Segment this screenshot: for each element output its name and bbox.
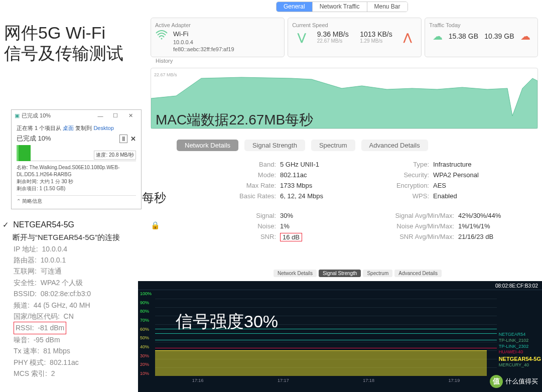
security-label: Security: [379,171,429,179]
pause-button[interactable]: Ⅱ [119,135,127,143]
noiseavg-value: 1%/1%/1% [458,222,490,230]
type-value: Infrastructure [433,161,472,168]
network-details: Band:5 GHz UNII-1 Type:Infrastructure Mo… [226,161,532,244]
mode-value: 802.11ac [280,171,307,179]
tab-menu-bar[interactable]: Menu Bar [367,2,408,12]
collapse-icon[interactable]: ⌃ [17,198,21,204]
band-label: Band: [226,161,276,168]
kv-inet-l: 互联网: [14,267,37,275]
tab-network-traffic[interactable]: Network Traffic [313,2,367,12]
top-tab-bar: General Network Traffic Menu Bar [276,2,408,12]
speed-up-sub: 1.29 MB/s [360,38,392,44]
kv-noise-l: 噪音: [14,336,30,344]
kv-ip: 10.0.0.4 [42,245,68,253]
maxrate-value: 1733 Mbps [280,182,312,189]
adapter-name: Wi-Fi [173,30,234,39]
watermark: 值 什么值得买 [490,375,538,388]
close-button[interactable]: ✕ [123,112,138,119]
kv-rssi-l: RSSI: [16,324,34,332]
small-tab-nd[interactable]: Network Details [274,270,317,277]
disconnect-link[interactable]: 断开与“NETGEAR54-5G”的连接 [13,231,120,243]
detail-tab-bar: Network Details Signal Strength Spectrum… [177,140,428,151]
kv-tx: 81 Mbps [43,347,70,355]
watermark-icon: 值 [490,375,503,388]
footer-label[interactable]: 简略信息 [22,198,42,204]
type-label: Type: [379,161,429,168]
active-adapter-card: Active Adapter Wi-Fi 10.0.0.4 fe80::aebc… [151,18,285,57]
tab-spectrum[interactable]: Spectrum [311,140,355,151]
copy-text-a: 正在将 1 个项目从 [17,125,63,131]
tab-general[interactable]: General [277,2,313,12]
signal-value: 30% [280,212,293,219]
small-tab-ss[interactable]: Signal Strength [319,270,361,277]
signal-label: Signal: [226,212,276,219]
arrow-down-icon: ⋁ [298,31,306,43]
kv-bssid: 08:02:8e:cf:b3:0 [41,290,91,298]
arrow-up-icon: ⋀ [403,31,412,43]
signalavg-value: 42%/30%/44% [458,212,501,219]
speed-label: 速度: 20.8 MB/秒 [94,151,136,160]
kv-country-l: 国家/地区代码: [14,312,60,320]
legend-item: MERCURY_40 [499,362,541,368]
tab-signal-strength[interactable]: Signal Strength [244,140,305,151]
kv-ip-l: IP 地址: [14,245,38,253]
kv-mcs-l: MCS 索引: [14,369,47,377]
tab-network-details[interactable]: Network Details [177,140,238,151]
noise-value: 1% [280,222,290,230]
kv-inet: 可连通 [41,267,62,275]
cloud-down-icon: ☁ [433,30,443,42]
kv-phy-l: PHY 模式: [14,358,46,366]
cancel-button[interactable]: ✕ [130,135,136,143]
speed-down: 9.36 MB/s [317,30,349,38]
snr-label: SNR: [226,233,276,241]
small-tab-ad[interactable]: Advanced Details [394,270,442,277]
kv-sec-l: 安全性: [14,279,37,287]
noise-label: Noise: [226,222,276,230]
small-tab-bar: Network Details Signal Strength Spectrum… [274,270,442,277]
tab-advanced-details[interactable]: Advanced Details [361,140,428,151]
maximize-button[interactable]: ☐ [108,112,123,119]
speed-title: Current Speed [292,22,417,28]
chart-legend: NETGEAR54 TP-LINK_2102 TP-LINK_2302 HUAW… [499,332,541,368]
kv-mcs: 2 [51,369,55,377]
wps-label: WPS: [379,192,429,200]
percent-label: 已完成 10% [17,134,51,143]
maxrate-label: Max Rate: [226,182,276,189]
series-netgear54-5g [155,350,487,376]
minimize-button[interactable]: — [93,113,108,119]
kv-country: CN [64,312,74,320]
copy-src-link[interactable]: 桌面 [63,125,74,131]
noiseavg-label: Noise Avg/Min/Max: [379,222,454,230]
speed-up: 1013 KB/s [360,30,392,38]
signalavg-label: Signal Avg/Min/Max: [379,212,454,219]
copy-dialog: ▣ 已完成 10% — ☐ ✕ 正在将 1 个项目从 桌面 复制到 Deskto… [11,109,142,209]
wifi-icon [155,30,168,43]
legend-item: TP-LINK_2102 [499,338,541,344]
history-label: History [156,58,173,64]
mode-label: Mode: [226,171,276,179]
x-axis-labels: 17:1617:1717:1817:19 [155,378,497,383]
kv-noise: -95 dBm [34,336,60,344]
signal-strength-chart: 08:02:8E:CF:B3:02 100%90%80%70%60%50%40%… [138,281,542,392]
check-icon: ✓ [3,220,9,229]
kv-chan-l: 频道: [14,301,30,309]
kv-chan: 44 (5 GHz, 40 MH [34,301,90,309]
basicrates-label: Basic Rates: [226,192,276,200]
annotation-title: 网件5G Wi-Fi 信号及传输测试 [4,23,123,64]
copy-dst-link[interactable]: Desktop [93,125,113,131]
kv-phy: 802.11ac [50,358,79,366]
chart-header-bssid: 08:02:8E:CF:B3:02 [138,281,542,290]
traffic-down: 15.38 GB [449,32,478,40]
annotation-signal: 信号强度30% [176,310,278,333]
kv-router-l: 路由器: [14,256,37,264]
small-tab-sp[interactable]: Spectrum [363,270,392,277]
traffic-today-card: Traffic Today ☁ 15.38 GB 10.39 GB ☁ [425,18,538,57]
traffic-up: 10.39 GB [484,32,514,40]
adapter-mac: fe80::aebc:32ff:fe97:af19 [173,46,234,53]
y-axis-labels: 100%90%80%70%60%50%40%30%20%10% [140,290,152,383]
ssid-label[interactable]: NETGEAR54-5G [13,220,74,229]
snravg-value: 21/16/23 dB [458,233,493,241]
encryption-value: AES [433,182,446,189]
dialog-title: 已完成 10% [22,112,51,119]
wps-value: Enabled [433,192,457,200]
